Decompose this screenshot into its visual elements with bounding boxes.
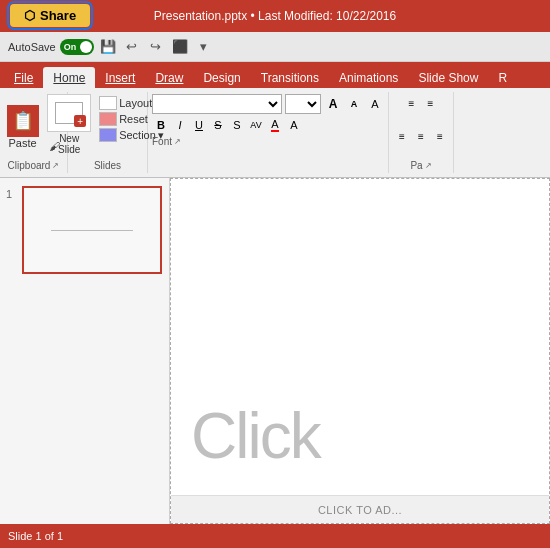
align-row: ≡ ≡ ≡ (393, 127, 449, 145)
ribbon-tabs: File Home Insert Draw Design Transitions… (0, 62, 550, 88)
font-expand-icon[interactable]: ↗ (174, 137, 181, 146)
decrease-font-button[interactable]: A (345, 95, 363, 113)
paste-icon: 📋 (7, 105, 39, 137)
new-slide-group: + New Slide (47, 94, 91, 155)
new-slide-label: New Slide (47, 133, 91, 155)
slide-number-1: 1 (6, 186, 18, 200)
paragraph-group: ≡ ≡ ≡ ≡ ≡ Pa ↗ (389, 92, 454, 173)
ribbon: 📋 Paste ✂ ⧉ 🖌 Clipboard ↗ + New Slid (0, 88, 550, 178)
font-color-button[interactable]: A (266, 116, 284, 134)
status-bar: Slide 1 of 1 (0, 524, 550, 548)
reset-icon (99, 112, 117, 126)
tab-file[interactable]: File (4, 67, 43, 88)
section-icon (99, 128, 117, 142)
click-here-text: Click (191, 399, 320, 473)
paste-button[interactable]: 📋 Paste (3, 103, 43, 151)
slides-group-label: Slides (94, 160, 121, 171)
align-center-button[interactable]: ≡ (412, 127, 430, 145)
new-slide-button[interactable]: + (47, 94, 91, 132)
autosave-label: AutoSave (8, 41, 56, 53)
slide-info: Slide 1 of 1 (8, 530, 63, 542)
align-left-button[interactable]: ≡ (393, 127, 411, 145)
share-label: Share (40, 8, 76, 23)
clear-format-button[interactable]: A (366, 95, 384, 113)
slide-divider (51, 230, 133, 231)
tab-insert[interactable]: Insert (95, 67, 145, 88)
save-icon[interactable]: 💾 (98, 37, 118, 57)
tab-transitions[interactable]: Transitions (251, 67, 329, 88)
tab-slideshow[interactable]: Slide Show (408, 67, 488, 88)
more-commands-icon[interactable]: ▾ (194, 37, 214, 57)
undo-icon[interactable]: ↩ (122, 37, 142, 57)
tab-review[interactable]: R (488, 67, 517, 88)
toggle-on-label: On (64, 42, 77, 52)
highlight-color-button[interactable]: A (285, 116, 303, 134)
font-group: A A A B I U S S AV A A Font ↗ (148, 92, 389, 173)
increase-font-button[interactable]: A (324, 95, 342, 113)
tab-design[interactable]: Design (193, 67, 250, 88)
title-bar: ⬡ Share Presentation.pptx • Last Modifie… (0, 0, 550, 32)
slides-panel: 1 (0, 178, 170, 524)
font-name-select[interactable] (152, 94, 282, 114)
share-icon: ⬡ (24, 8, 35, 23)
redo-icon[interactable]: ↪ (146, 37, 166, 57)
layout-icon (99, 96, 117, 110)
clipboard-group-label: Clipboard ↗ (8, 160, 60, 171)
slide-thumbnail-1[interactable] (22, 186, 162, 274)
font-group-label: Font ↗ (152, 136, 384, 147)
italic-button[interactable]: I (171, 116, 189, 134)
slide-mini-plus-icon: + (74, 115, 86, 127)
tab-draw[interactable]: Draw (145, 67, 193, 88)
para-row-1: ≡ ≡ (403, 94, 440, 112)
shadow-button[interactable]: S (228, 116, 246, 134)
strikethrough-button[interactable]: S (209, 116, 227, 134)
slide-thumb-inner (24, 188, 160, 272)
file-info: Presentation.pptx • Last Modified: 10/22… (154, 9, 396, 23)
autosave-bar: AutoSave On 💾 ↩ ↪ ⬛ ▾ (0, 32, 550, 62)
autosave-toggle[interactable]: On (60, 39, 94, 55)
main-content: 1 Click CLICK TO AD... (0, 178, 550, 524)
main-slide[interactable]: Click CLICK TO AD... (170, 178, 550, 524)
font-name-row: A A A (152, 94, 384, 114)
char-spacing-button[interactable]: AV (247, 116, 265, 134)
numbering-button[interactable]: ≡ (422, 94, 440, 112)
paragraph-expand-icon[interactable]: ↗ (425, 161, 432, 170)
paragraph-group-label: Pa ↗ (410, 160, 431, 171)
font-format-row: B I U S S AV A A (152, 116, 384, 134)
click-to-add[interactable]: CLICK TO AD... (171, 495, 549, 523)
share-button[interactable]: ⬡ Share (10, 4, 90, 27)
align-right-button[interactable]: ≡ (431, 127, 449, 145)
font-size-select[interactable] (285, 94, 321, 114)
toggle-knob (80, 41, 92, 53)
bold-button[interactable]: B (152, 116, 170, 134)
slide-thumb-row-1: 1 (6, 186, 163, 274)
underline-button[interactable]: U (190, 116, 208, 134)
slide-mini-icon: + (55, 102, 83, 124)
tab-home[interactable]: Home (43, 67, 95, 88)
slide-area: Click CLICK TO AD... (170, 178, 550, 524)
paste-label: Paste (8, 137, 36, 149)
tab-animations[interactable]: Animations (329, 67, 408, 88)
bullets-button[interactable]: ≡ (403, 94, 421, 112)
clipboard-expand-icon[interactable]: ↗ (52, 161, 59, 170)
monitor-icon[interactable]: ⬛ (170, 37, 190, 57)
slides-group: + New Slide Layout ▾ Reset Section (68, 92, 148, 173)
